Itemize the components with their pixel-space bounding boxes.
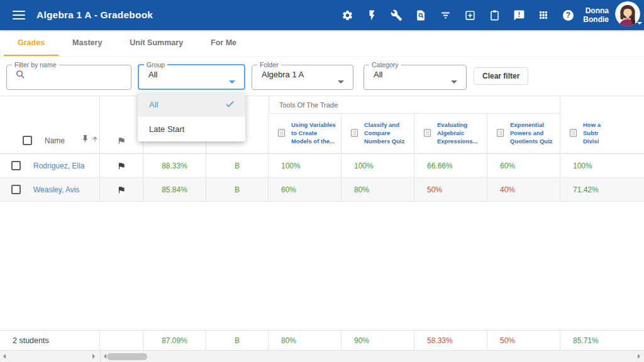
tab-unit-summary[interactable]: Unit Summary — [116, 30, 197, 56]
name-column-header: Name — [0, 114, 100, 153]
assignment-link[interactable]: Classify andCompareNumbers Quiz — [364, 121, 404, 145]
assignment-link[interactable]: Using Variablesto CreateModels of the... — [291, 121, 336, 145]
scroll-right-arrow-icon[interactable] — [638, 354, 640, 359]
folder-select-value: Algebra 1 A — [252, 70, 353, 79]
category-select-value: All — [364, 70, 466, 79]
category-select[interactable]: Category All — [364, 61, 467, 90]
tab-mastery[interactable]: Mastery — [58, 30, 116, 56]
totals-row: 2 students 87.09% B 80% 90% 58.33% 50% 8… — [0, 330, 644, 351]
average-cell: 90% — [341, 331, 414, 350]
flag-cell[interactable] — [100, 154, 143, 177]
score-cell[interactable]: 60% — [269, 178, 341, 201]
left-horizontal-scrollbar[interactable] — [0, 351, 101, 362]
score-cell[interactable]: 40% — [487, 178, 560, 201]
average-cell: 80% — [269, 331, 341, 350]
assignment-icon — [569, 128, 578, 140]
menu-item-label: Late Start — [149, 124, 184, 134]
letter-grade-cell: B — [206, 154, 269, 177]
empty-table-area — [0, 202, 644, 330]
flag-column-header[interactable] — [100, 114, 143, 153]
document-search-icon[interactable] — [414, 9, 427, 21]
category-select-label: Category — [369, 61, 401, 69]
scroll-left-arrow-icon[interactable] — [104, 354, 106, 359]
row-checkbox[interactable] — [11, 161, 21, 170]
assignment-icon — [423, 128, 432, 140]
score-cell[interactable]: 50% — [414, 178, 487, 201]
score-cell[interactable]: 100% — [560, 154, 644, 177]
assignment-header: Classify andCompareNumbers Quiz — [341, 114, 414, 153]
pin-icon[interactable] — [81, 134, 89, 145]
row-checkbox[interactable] — [11, 185, 21, 194]
add-box-icon[interactable] — [464, 9, 476, 21]
scrollbar-thumb[interactable] — [107, 353, 147, 360]
name-filter-field[interactable]: Filter by name — [6, 61, 131, 90]
letter-average-cell: B — [206, 331, 269, 350]
average-cell: 58.33% — [414, 331, 487, 350]
clipboard-icon[interactable] — [488, 9, 501, 21]
assignment-link[interactable]: EvaluatingAlgebraicExpressions... — [437, 121, 477, 145]
group-select[interactable]: Group All — [138, 61, 245, 90]
chevron-down-icon — [338, 80, 344, 87]
gradebook-screen: Algebra 1 A - Gradebook — [0, 0, 644, 362]
student-name-link[interactable]: Rodriguez, Ella — [33, 162, 84, 170]
student-name-link[interactable]: Weasley, Avis — [33, 185, 79, 194]
sort-ascending-icon[interactable] — [91, 134, 99, 145]
assignment-header: Using Variablesto CreateModels of the... — [269, 114, 341, 153]
settings-icon[interactable] — [341, 9, 353, 21]
name-filter-label: Filter by name — [12, 61, 59, 69]
flag-cell[interactable] — [100, 178, 143, 201]
chevron-down-icon — [229, 80, 235, 87]
scroll-left-arrow-icon[interactable] — [3, 354, 6, 359]
user-last-name: Bondie — [583, 15, 609, 24]
assignment-header: How aSubtrDivisi — [560, 114, 644, 153]
group-select-value: All — [139, 70, 244, 79]
tab-for-me[interactable]: For Me — [197, 30, 250, 56]
name-filter-input[interactable] — [32, 69, 120, 78]
student-name-cell: Weasley, Avis — [0, 178, 100, 201]
menu-item-all[interactable]: All — [138, 92, 245, 117]
user-name[interactable]: Donna Bondie — [583, 6, 609, 25]
folder-select-label: Folder — [257, 61, 281, 69]
score-cell[interactable]: 71.42% — [560, 178, 644, 201]
avatar[interactable] — [615, 1, 640, 29]
group-select-label: Group — [144, 61, 167, 69]
unit-header-cell: Tools Of The Trade — [269, 96, 560, 114]
assignment-header: EvaluatingAlgebraicExpressions... — [414, 114, 487, 153]
avatar-caret-icon — [637, 22, 642, 27]
main-horizontal-scrollbar[interactable] — [101, 351, 644, 362]
select-all-checkbox[interactable] — [23, 136, 32, 145]
average-cell: 85.71% — [560, 331, 644, 350]
column-header-row: Name Using Variablesto CreateModels of t… — [0, 114, 644, 154]
overall-average-cell: 87.09% — [143, 331, 206, 350]
check-icon — [225, 99, 235, 111]
flash-icon[interactable] — [365, 9, 378, 21]
score-cell[interactable]: 100% — [341, 154, 414, 177]
score-cell[interactable]: 80% — [341, 178, 414, 201]
help-icon[interactable]: ? — [562, 9, 574, 21]
score-cell[interactable]: 100% — [269, 154, 341, 177]
menu-item-late-start[interactable]: Late Start — [138, 117, 245, 141]
score-cell[interactable]: 60% — [487, 154, 560, 177]
unit-header-spacer — [0, 96, 100, 114]
assignment-icon — [277, 128, 286, 140]
assignment-link[interactable]: ExponentialPowers andQuotients Quiz — [510, 121, 553, 145]
apps-grid-icon[interactable] — [537, 9, 550, 21]
filter-icon[interactable] — [439, 9, 452, 21]
name-column-label: Name — [45, 136, 65, 145]
student-name-cell: Rodriguez, Ella — [0, 154, 100, 177]
group-dropdown-menu: All Late Start — [138, 92, 245, 141]
announcement-icon[interactable] — [513, 9, 525, 21]
assignment-link[interactable]: How aSubtrDivisi — [583, 121, 601, 145]
folder-select[interactable]: Folder Algebra 1 A — [252, 61, 353, 90]
score-cell[interactable]: 66.66% — [414, 154, 487, 177]
page-title: Algebra 1 A - Gradebook — [36, 9, 153, 21]
clear-filter-button[interactable]: Clear filter — [474, 67, 528, 85]
tab-grades[interactable]: Grades — [4, 30, 58, 56]
menu-item-label: All — [149, 100, 158, 109]
wrench-icon[interactable] — [390, 9, 402, 21]
flag-total-cell — [100, 331, 143, 350]
scroll-right-arrow-icon[interactable] — [92, 354, 95, 359]
student-count-label: 2 students — [13, 336, 49, 345]
student-row: Rodriguez, Ella 88.33% B 100% 100% 66.66… — [0, 154, 644, 178]
menu-icon[interactable] — [13, 11, 25, 19]
